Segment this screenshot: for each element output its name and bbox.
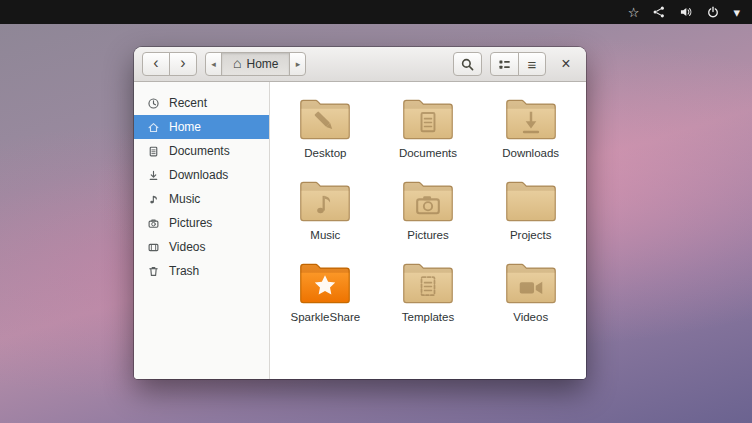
sidebar-item-home[interactable]: Home [134,115,269,139]
network-icon[interactable] [652,0,666,24]
sidebar-item-documents[interactable]: Documents [134,139,269,163]
folder-icon [503,97,559,142]
search-button[interactable] [453,52,482,76]
sidebar-item-label: Documents [169,144,230,158]
menu-button[interactable]: ≡ [518,52,546,76]
folder-icon [297,261,353,306]
close-button[interactable]: × [554,52,578,76]
forward-button[interactable]: › [169,52,197,76]
file-label: Downloads [502,147,559,159]
hamburger-menu-icon: ≡ [528,57,537,72]
folder-icon [400,179,456,224]
forward-icon: › [180,55,185,71]
sidebar-item-label: Downloads [169,168,228,182]
sidebar-item-label: Home [169,120,201,134]
power-icon[interactable] [706,0,720,24]
view-menu-group: ≡ [490,52,546,76]
path-bar: ◂ ⌂ Home ▸ [205,52,306,76]
file-label: Projects [510,229,552,241]
path-next-button[interactable]: ▸ [289,52,306,76]
file-item-documents[interactable]: Documents [377,97,480,159]
file-item-music[interactable]: Music [274,179,377,241]
file-label: Videos [513,311,548,323]
file-label: SparkleShare [290,311,360,323]
header-actions: ≡ × [453,52,578,76]
film-icon [147,241,160,254]
places-sidebar: Recent Home Documents Downloads Music Pi… [134,82,270,379]
path-prev-icon: ◂ [211,60,216,69]
file-item-desktop[interactable]: Desktop [274,97,377,159]
trash-icon [147,265,160,278]
clock-icon [147,97,160,110]
folder-icon [400,261,456,306]
file-item-projects[interactable]: Projects [479,179,582,241]
sidebar-item-music[interactable]: Music [134,187,269,211]
path-home-button[interactable]: ⌂ Home [221,52,290,76]
sidebar-item-recent[interactable]: Recent [134,91,269,115]
folder-icon [400,97,456,142]
file-label: Music [310,229,340,241]
file-label: Documents [399,147,457,159]
file-item-videos[interactable]: Videos [479,261,582,323]
back-button[interactable]: ‹ [142,52,170,76]
file-item-pictures[interactable]: Pictures [377,179,480,241]
favorites-star-icon[interactable]: ☆ [628,0,640,24]
camera-icon [147,217,160,230]
window-body: Recent Home Documents Downloads Music Pi… [134,82,586,379]
file-manager-window: ‹ › ◂ ⌂ Home ▸ ≡ × [134,47,586,379]
sidebar-item-trash[interactable]: Trash [134,259,269,283]
file-grid: Desktop Documents Downloads [270,82,586,379]
view-toggle-button[interactable] [490,52,519,76]
sidebar-item-downloads[interactable]: Downloads [134,163,269,187]
header-bar: ‹ › ◂ ⌂ Home ▸ ≡ × [134,47,586,82]
path-home-label: Home [246,57,278,71]
path-next-icon: ▸ [296,60,301,69]
close-icon: × [561,56,570,72]
music-note-icon [147,193,160,206]
sidebar-item-videos[interactable]: Videos [134,235,269,259]
history-nav-group: ‹ › [142,52,197,76]
back-icon: ‹ [153,55,158,71]
sidebar-item-label: Trash [169,264,199,278]
sidebar-item-label: Music [169,192,200,206]
list-view-icon [497,57,512,72]
sidebar-item-label: Recent [169,96,207,110]
sidebar-item-label: Videos [169,240,205,254]
file-label: Pictures [407,229,449,241]
search-icon [460,57,475,72]
chevron-down-icon[interactable]: ▾ [733,0,740,24]
document-icon [147,145,160,158]
folder-icon [503,261,559,306]
sidebar-item-label: Pictures [169,216,212,230]
system-top-bar: ☆ ▾ [0,0,752,24]
file-label: Templates [402,311,454,323]
file-item-downloads[interactable]: Downloads [479,97,582,159]
sidebar-item-pictures[interactable]: Pictures [134,211,269,235]
file-item-sparkleshare[interactable]: SparkleShare [274,261,377,323]
volume-icon[interactable] [679,0,693,24]
path-prev-button[interactable]: ◂ [205,52,222,76]
file-label: Desktop [304,147,346,159]
home-icon: ⌂ [233,56,241,70]
folder-icon [503,179,559,224]
folder-icon [297,97,353,142]
download-icon [147,169,160,182]
file-item-templates[interactable]: Templates [377,261,480,323]
home-icon [147,121,160,134]
folder-icon [297,179,353,224]
